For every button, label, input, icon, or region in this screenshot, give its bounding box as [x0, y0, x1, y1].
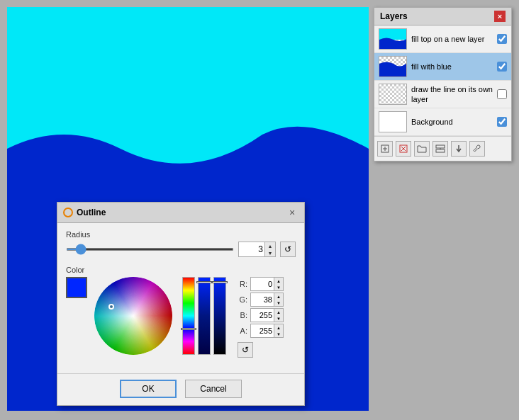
color-sliders-area — [182, 277, 226, 358]
layer-thumbnail — [379, 56, 407, 77]
color-swatch[interactable] — [66, 277, 87, 298]
radius-slider[interactable] — [66, 248, 234, 251]
a-spin-up[interactable]: ▲ — [274, 324, 283, 331]
color-reset-button[interactable]: ↺ — [238, 342, 253, 358]
layers-close-button[interactable]: × — [494, 11, 506, 22]
a-input[interactable] — [251, 326, 274, 336]
r-input[interactable] — [251, 279, 274, 289]
layers-title-bar: Layers × — [374, 8, 511, 25]
dialog-body: Radius ▲ ▼ ↺ Color — [57, 223, 304, 373]
merge-icon — [435, 144, 445, 154]
layer-visibility-checkbox[interactable] — [497, 34, 507, 44]
move-down-button[interactable] — [451, 141, 467, 157]
a-row: A: ▲ ▼ — [238, 324, 284, 338]
brightness-slider[interactable] — [213, 277, 226, 355]
layer-item[interactable]: fill top on a new layer — [374, 25, 511, 53]
cancel-button[interactable]: Cancel — [185, 380, 242, 398]
new-layer-button[interactable] — [377, 141, 393, 157]
radius-reset-button[interactable]: ↺ — [280, 242, 296, 257]
layer-visibility-checkbox[interactable] — [497, 89, 507, 99]
layer-thumbnail — [379, 84, 407, 105]
layer-name: fill top on a new layer — [411, 34, 493, 44]
layer-name: fill with blue — [411, 62, 493, 72]
radius-row: ▲ ▼ ↺ — [66, 242, 296, 257]
r-spin-down[interactable]: ▼ — [274, 284, 283, 290]
color-label: Color — [66, 266, 296, 274]
wrench-icon — [472, 144, 482, 154]
hue-slider[interactable] — [182, 277, 195, 355]
layers-title: Layers — [380, 11, 408, 21]
delete-layer-button[interactable] — [396, 141, 411, 157]
svg-rect-1 — [379, 29, 407, 40]
g-spin-up[interactable]: ▲ — [274, 293, 283, 300]
r-input-wrap: ▲ ▼ — [250, 277, 284, 291]
color-section: R: ▲ ▼ G: ▲ ▼ — [66, 277, 296, 358]
layers-toolbar — [374, 136, 511, 161]
layer-thumbnail — [379, 111, 407, 132]
delete-layer-icon — [398, 144, 408, 154]
dialog-title: Outline — [63, 208, 106, 217]
b-spin-up[interactable]: ▲ — [274, 309, 283, 315]
layers-panel: Layers × fill top on a new layer fill wi… — [374, 7, 512, 161]
b-input[interactable] — [251, 310, 274, 320]
radius-input-wrap: ▲ ▼ — [238, 242, 276, 257]
r-spinner: ▲ ▼ — [274, 278, 283, 290]
rgba-inputs: R: ▲ ▼ G: ▲ ▼ — [238, 277, 284, 358]
a-spin-down[interactable]: ▼ — [274, 331, 283, 337]
b-spinner: ▲ ▼ — [274, 309, 283, 322]
g-spin-down[interactable]: ▼ — [274, 300, 283, 306]
brightness-thumb — [212, 281, 228, 283]
b-input-wrap: ▲ ▼ — [250, 308, 284, 322]
saturation-thumb — [196, 281, 212, 283]
g-label: G: — [238, 295, 247, 304]
folder-icon — [417, 144, 427, 154]
r-spin-up[interactable]: ▲ — [274, 278, 283, 284]
layer-item-selected[interactable]: fill with blue — [374, 53, 511, 81]
b-spin-down[interactable]: ▼ — [274, 315, 283, 322]
layer-visibility-checkbox[interactable] — [497, 117, 507, 127]
layer-name: Background — [411, 117, 493, 127]
g-input[interactable] — [251, 295, 274, 305]
a-spinner: ▲ ▼ — [274, 324, 283, 337]
r-label: R: — [238, 280, 247, 288]
ok-button[interactable]: OK — [120, 380, 177, 398]
dialog-icon — [63, 208, 73, 217]
hue-thumb — [181, 328, 196, 330]
radius-input[interactable] — [239, 243, 264, 256]
thumb-svg — [379, 29, 407, 50]
radius-spinner: ▲ ▼ — [264, 242, 275, 256]
radius-spin-up[interactable]: ▲ — [265, 242, 275, 249]
radius-spin-down[interactable]: ▼ — [265, 249, 275, 256]
color-wheel-container[interactable] — [94, 277, 172, 355]
color-wheel[interactable] — [94, 277, 172, 355]
layer-item[interactable]: draw the line on its own layer — [374, 81, 511, 108]
svg-rect-8 — [436, 145, 445, 148]
g-spinner: ▲ ▼ — [274, 293, 283, 306]
dialog-title-text: Outline — [77, 208, 106, 217]
b-row: B: ▲ ▼ — [238, 308, 284, 322]
merge-button[interactable] — [432, 141, 448, 157]
new-layer-icon — [380, 144, 390, 154]
layer-name: draw the line on its own layer — [411, 84, 493, 105]
layer-item[interactable]: Background — [374, 108, 511, 136]
a-input-wrap: ▲ ▼ — [250, 324, 284, 338]
move-down-icon — [454, 144, 464, 154]
saturation-slider[interactable] — [198, 277, 211, 355]
r-row: R: ▲ ▼ — [238, 277, 284, 291]
g-row: G: ▲ ▼ — [238, 293, 284, 307]
b-label: B: — [238, 311, 247, 319]
color-left — [66, 277, 87, 358]
dialog-close-button[interactable]: × — [286, 206, 298, 219]
dialog-title-bar: Outline × — [57, 203, 304, 223]
layer-visibility-checkbox[interactable] — [497, 62, 507, 72]
radius-label: Radius — [66, 230, 296, 239]
thumb-svg — [379, 57, 407, 77]
svg-rect-9 — [436, 149, 445, 152]
g-input-wrap: ▲ ▼ — [250, 293, 284, 307]
dialog-buttons: OK Cancel — [57, 373, 304, 405]
outline-dialog: Outline × Radius ▲ ▼ ↺ Color — [57, 202, 305, 406]
folder-button[interactable] — [414, 141, 430, 157]
a-label: A: — [238, 327, 247, 335]
settings-button[interactable] — [469, 141, 485, 157]
layer-thumbnail — [379, 28, 407, 50]
